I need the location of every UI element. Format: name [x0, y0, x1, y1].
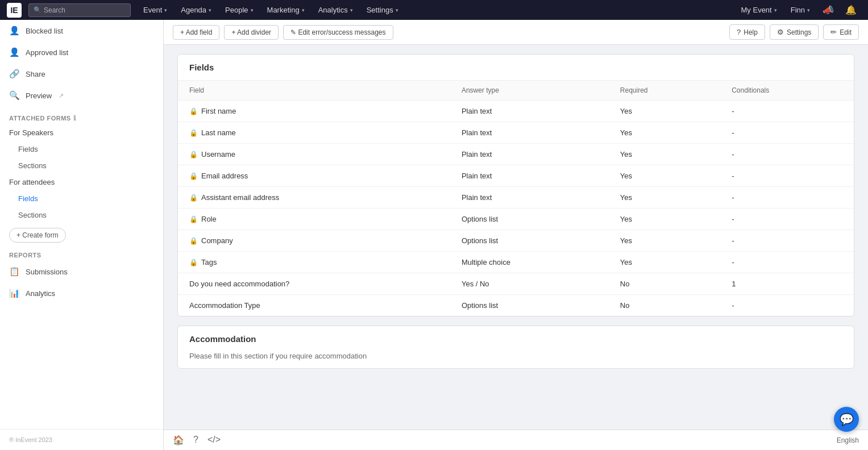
sidebar-attendees-sections[interactable]: Sections	[0, 207, 163, 223]
help-button[interactable]: ? Help	[729, 24, 765, 40]
sidebar-for-attendees[interactable]: For attendees	[0, 174, 163, 190]
sidebar-submissions[interactable]: 📋 Submissions	[0, 261, 163, 282]
required-cell: Yes	[609, 230, 720, 252]
table-row[interactable]: 🔒 Username Plain text Yes -	[178, 144, 854, 165]
sidebar-item-approved-list[interactable]: 👤 Approved list	[0, 41, 163, 63]
search-input[interactable]	[44, 6, 126, 14]
chevron-down-icon: ▾	[396, 7, 398, 13]
nav-right: My Event ▾ Finn ▾ 📣 🔔	[736, 0, 861, 20]
language-selector[interactable]: English	[837, 436, 859, 444]
approved-list-icon: 👤	[9, 47, 20, 57]
sidebar-attendees-fields[interactable]: Fields	[0, 190, 163, 207]
sidebar-for-speakers[interactable]: For Speakers	[0, 124, 163, 141]
attached-forms-label: ATTACHED FORMS ℹ	[0, 106, 163, 124]
nav-event[interactable]: Event ▾	[138, 0, 173, 20]
home-icon[interactable]: 🏠	[173, 435, 184, 445]
accommodation-card: Accommodation Please fill in this sectio…	[177, 326, 854, 369]
required-cell: No	[609, 295, 720, 316]
help-icon[interactable]: ?	[193, 435, 198, 445]
required-cell: Yes	[609, 165, 720, 187]
required-cell: Yes	[609, 252, 720, 273]
answer-type-cell: Options list	[450, 295, 609, 316]
sidebar-speakers-fields[interactable]: Fields	[0, 141, 163, 157]
chevron-down-icon: ▾	[807, 7, 810, 13]
edit-button[interactable]: ✏ Edit	[823, 24, 859, 40]
accommodation-title: Accommodation	[178, 326, 854, 352]
chat-bubble[interactable]: 💬	[834, 407, 859, 432]
edit-messages-button[interactable]: ✎ Edit error/success messages	[283, 25, 393, 40]
conditionals-cell: -	[720, 252, 854, 273]
nav-analytics[interactable]: Analytics ▾	[313, 0, 359, 20]
table-row[interactable]: 🔒 Tags Multiple choice Yes -	[178, 252, 854, 273]
table-row[interactable]: Accommodation Type Options list No -	[178, 295, 854, 316]
content-area: + Add field + Add divider ✎ Edit error/s…	[164, 20, 868, 450]
nav-user[interactable]: Finn ▾	[785, 0, 816, 20]
bottom-bar: 🏠 ? </> English	[164, 430, 868, 450]
sidebar-speakers-sections[interactable]: Sections	[0, 157, 163, 174]
col-conditionals: Conditionals	[720, 81, 854, 101]
answer-type-cell: Options list	[450, 230, 609, 252]
table-row[interactable]: 🔒 Assistant email address Plain text Yes…	[178, 187, 854, 209]
sidebar: 👤 Blocked list 👤 Approved list 🔗 Share 🔍…	[0, 20, 164, 450]
col-field: Field	[178, 81, 450, 101]
table-row[interactable]: Do you need accommodation? Yes / No No 1	[178, 273, 854, 295]
nav-people[interactable]: People ▾	[219, 0, 259, 20]
analytics-icon: 📊	[9, 288, 20, 298]
table-header-row: Field Answer type Required Conditionals	[178, 81, 854, 101]
toolbar: + Add field + Add divider ✎ Edit error/s…	[164, 20, 868, 45]
conditionals-cell: 1	[720, 273, 854, 295]
sidebar-item-preview[interactable]: 🔍 Preview ↗	[0, 85, 163, 106]
answer-type-cell: Plain text	[450, 165, 609, 187]
chevron-down-icon: ▾	[251, 7, 254, 13]
required-cell: No	[609, 273, 720, 295]
sidebar-item-share[interactable]: 🔗 Share	[0, 63, 163, 85]
lock-icon: 🔒	[189, 129, 198, 137]
answer-type-cell: Options list	[450, 209, 609, 230]
conditionals-cell: -	[720, 165, 854, 187]
col-required: Required	[609, 81, 720, 101]
answer-type-cell: Multiple choice	[450, 252, 609, 273]
conditionals-cell: -	[720, 101, 854, 122]
field-name-cell: 🔒 First name	[178, 101, 450, 122]
search-box[interactable]: 🔍	[28, 3, 131, 17]
nav-agenda[interactable]: Agenda ▾	[175, 0, 217, 20]
table-row[interactable]: 🔒 Company Options list Yes -	[178, 230, 854, 252]
settings-button[interactable]: ⚙ Settings	[770, 24, 819, 40]
toolbar-right: ? Help ⚙ Settings ✏ Edit	[729, 24, 859, 40]
notification-icon[interactable]: 🔔	[841, 0, 861, 20]
required-cell: Yes	[609, 101, 720, 122]
conditionals-cell: -	[720, 209, 854, 230]
field-name-cell: 🔒 Role	[178, 209, 450, 230]
reports-label: REPORTS	[0, 247, 163, 261]
nav-settings[interactable]: Settings ▾	[361, 0, 404, 20]
field-name-cell: 🔒 Company	[178, 230, 450, 252]
nav-marketing[interactable]: Marketing ▾	[261, 0, 310, 20]
field-name-cell: 🔒 Last name	[178, 122, 450, 144]
chevron-down-icon: ▾	[209, 7, 211, 13]
answer-type-cell: Plain text	[450, 144, 609, 165]
field-name-cell: 🔒 Email address	[178, 165, 450, 187]
table-row[interactable]: 🔒 Last name Plain text Yes -	[178, 122, 854, 144]
table-row[interactable]: 🔒 Role Options list Yes -	[178, 209, 854, 230]
sidebar-analytics[interactable]: 📊 Analytics	[0, 282, 163, 304]
accommodation-description: Please fill in this section if you requi…	[178, 352, 854, 368]
megaphone-icon[interactable]: 📣	[818, 0, 838, 20]
required-cell: Yes	[609, 187, 720, 209]
lock-icon: 🔒	[189, 107, 198, 115]
answer-type-cell: Plain text	[450, 101, 609, 122]
sidebar-item-blocked-list[interactable]: 👤 Blocked list	[0, 20, 163, 41]
answer-type-cell: Yes / No	[450, 273, 609, 295]
add-field-button[interactable]: + Add field	[173, 25, 219, 40]
lock-icon: 🔒	[189, 237, 198, 245]
table-row[interactable]: 🔒 Email address Plain text Yes -	[178, 165, 854, 187]
add-divider-button[interactable]: + Add divider	[224, 25, 279, 40]
preview-icon: 🔍	[9, 90, 20, 101]
lock-icon: 🔒	[189, 194, 198, 202]
chevron-down-icon: ▾	[164, 7, 167, 13]
nav-my-event[interactable]: My Event ▾	[736, 0, 783, 20]
table-row[interactable]: 🔒 First name Plain text Yes -	[178, 101, 854, 122]
create-form-button[interactable]: + Create form	[9, 228, 66, 243]
code-icon[interactable]: </>	[207, 435, 221, 445]
chevron-down-icon: ▾	[350, 7, 353, 13]
field-name-cell: 🔒 Assistant email address	[178, 187, 450, 209]
